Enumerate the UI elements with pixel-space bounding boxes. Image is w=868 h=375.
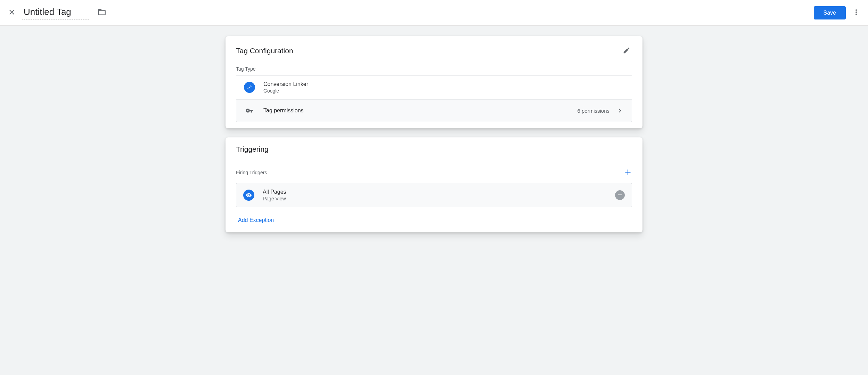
chevron-right-icon: [616, 106, 624, 115]
tag-permissions-row[interactable]: Tag permissions 6 permissions: [236, 99, 632, 122]
tag-type-label: Tag Type: [226, 58, 642, 75]
key-icon: [244, 105, 255, 116]
tag-name-input[interactable]: [22, 6, 90, 20]
card-header: Triggering: [226, 137, 642, 153]
trigger-row[interactable]: All Pages Page View: [236, 183, 632, 207]
minus-icon: [617, 192, 623, 199]
add-exception-section: Add Exception: [226, 210, 642, 232]
trigger-name: All Pages: [263, 189, 615, 195]
close-button[interactable]: [3, 5, 20, 21]
add-exception-button[interactable]: Add Exception: [238, 217, 274, 223]
tag-type-row[interactable]: Conversion Linker Google: [236, 75, 632, 99]
permissions-label: Tag permissions: [263, 107, 577, 114]
tag-type-text: Conversion Linker Google: [263, 81, 624, 94]
save-button[interactable]: Save: [814, 6, 846, 19]
more-vert-icon: [852, 8, 860, 17]
more-menu-button[interactable]: [848, 5, 865, 21]
triggering-card: Triggering Firing Triggers All Pages Pag…: [226, 137, 642, 232]
page-view-icon: [243, 190, 254, 201]
workspace: Tag Configuration Tag Type Conversion Li…: [0, 26, 868, 375]
permissions-count: 6 permissions: [577, 108, 609, 114]
pencil-icon: [623, 47, 630, 55]
card-header: Tag Configuration: [226, 36, 642, 58]
tag-configuration-card: Tag Configuration Tag Type Conversion Li…: [226, 36, 642, 128]
tag-type-name: Conversion Linker: [263, 81, 624, 87]
app-bar: Save: [0, 0, 868, 26]
tag-type-box: Conversion Linker Google Tag permissions…: [236, 75, 632, 122]
folder-button[interactable]: [95, 6, 109, 20]
firing-triggers-label: Firing Triggers: [236, 170, 622, 175]
trigger-text: All Pages Page View: [263, 189, 615, 201]
plus-icon: [623, 168, 632, 178]
firing-triggers-header: Firing Triggers: [226, 159, 642, 183]
card-title: Tag Configuration: [236, 47, 620, 55]
add-trigger-button[interactable]: [622, 166, 634, 179]
conversion-linker-icon: [244, 82, 255, 93]
card-title: Triggering: [236, 145, 633, 153]
trigger-type: Page View: [263, 196, 615, 201]
close-icon: [8, 8, 16, 17]
edit-tag-config-button[interactable]: [620, 44, 633, 58]
permissions-text: Tag permissions: [263, 107, 577, 114]
trigger-list: All Pages Page View: [236, 183, 632, 207]
remove-trigger-button[interactable]: [615, 190, 625, 200]
tag-type-vendor: Google: [263, 88, 624, 94]
folder-icon: [97, 8, 106, 18]
